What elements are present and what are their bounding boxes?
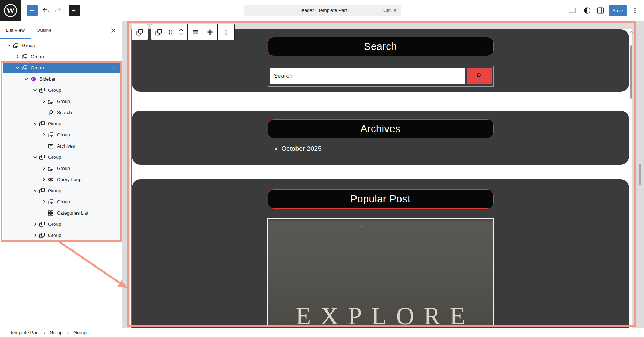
list-item-group[interactable]: Group xyxy=(3,196,120,207)
list-item-search[interactable]: Search xyxy=(3,107,120,118)
settings-sidebar-button[interactable] xyxy=(596,6,605,15)
canvas-scrollbar-up-arrow[interactable] xyxy=(630,31,633,33)
style-book-button[interactable] xyxy=(583,6,591,15)
list-item-label: Group xyxy=(57,132,70,137)
panel-tabs: List View Outline xyxy=(0,21,122,39)
contrast-icon xyxy=(583,6,591,15)
move-up-icon[interactable] xyxy=(178,28,184,32)
list-item-group[interactable]: Group xyxy=(3,151,120,163)
chevron-right-icon[interactable] xyxy=(40,132,47,137)
list-item-group[interactable]: Group xyxy=(3,185,120,196)
popular-post-section-heading[interactable]: Popular Post xyxy=(268,189,494,209)
document-title: Header · Template Part xyxy=(298,8,347,13)
list-item-group[interactable]: Group xyxy=(3,129,120,140)
wordpress-logo[interactable]: W xyxy=(0,0,21,21)
chevron-down-icon[interactable] xyxy=(32,188,38,193)
undo-button[interactable] xyxy=(40,6,51,15)
canvas-scrollbar-thumb[interactable] xyxy=(630,45,632,99)
sidebar-panel-icon xyxy=(596,6,605,15)
search-input[interactable] xyxy=(270,68,465,84)
align-button[interactable] xyxy=(188,24,203,40)
list-item-group[interactable]: Group xyxy=(3,96,120,107)
chevron-down-icon[interactable] xyxy=(32,121,38,126)
chevron-right-icon[interactable] xyxy=(40,177,47,182)
list-item-label: Group xyxy=(48,88,61,93)
command-center-bar[interactable]: Header · Template Part Ctrl+K xyxy=(244,5,401,16)
justify-button[interactable] xyxy=(203,24,218,40)
chevron-down-icon[interactable] xyxy=(14,65,21,70)
search-section-heading[interactable]: Search xyxy=(268,37,494,56)
list-item-label: Group xyxy=(57,99,70,104)
chevron-right-icon[interactable] xyxy=(32,233,38,238)
redo-button[interactable] xyxy=(53,6,63,15)
categories-block-icon xyxy=(47,210,54,216)
section-popular-post-group[interactable]: Popular Post EXPLORE xyxy=(132,179,629,328)
list-item-label: Group xyxy=(57,199,70,204)
breadcrumb-item[interactable]: Template Part xyxy=(10,330,39,335)
editor-top-bar: W Header · Template Part xyxy=(0,0,644,21)
undo-icon xyxy=(42,7,50,14)
section-archives-group[interactable]: Archives October 2025 xyxy=(132,111,629,165)
more-options-button[interactable] xyxy=(630,6,640,15)
block-options-button[interactable] xyxy=(218,24,234,40)
chevron-right-icon[interactable] xyxy=(14,54,21,59)
add-block-button[interactable] xyxy=(27,5,38,16)
photo-caption-text: EXPLORE xyxy=(268,302,493,327)
group-block-icon xyxy=(38,187,46,194)
chevron-right-icon[interactable] xyxy=(40,99,47,104)
tab-outline[interactable]: Outline xyxy=(31,21,58,39)
group-block-icon xyxy=(38,120,46,127)
popular-post-image[interactable]: EXPLORE xyxy=(267,218,494,327)
editor-canvas[interactable]: Search Archives October 2025 Popular Pos… xyxy=(130,29,632,328)
tab-list-view[interactable]: List View xyxy=(0,21,31,39)
chevron-down-icon[interactable] xyxy=(6,43,12,48)
chevron-down-icon[interactable] xyxy=(32,155,38,160)
archive-link[interactable]: October 2025 xyxy=(282,145,322,152)
laptop-icon xyxy=(568,6,577,15)
row-options-button[interactable] xyxy=(111,65,120,70)
drag-handle[interactable] xyxy=(165,24,175,40)
list-item-group[interactable]: Group xyxy=(3,230,120,241)
list-item-label: Group xyxy=(48,155,61,160)
list-item-group[interactable]: Group xyxy=(3,163,120,174)
plus-thick-icon xyxy=(206,28,214,36)
list-item-label: Query Loop xyxy=(57,177,82,182)
list-item-group[interactable]: Group xyxy=(3,118,120,129)
list-item-group[interactable]: Group xyxy=(3,218,120,230)
chevron-right-icon[interactable] xyxy=(40,166,47,171)
list-item-group[interactable]: Group xyxy=(3,40,120,51)
save-button[interactable]: Save xyxy=(609,5,627,16)
chevron-down-icon[interactable] xyxy=(23,76,30,82)
list-item-categories-list[interactable]: Categories List xyxy=(3,207,120,218)
select-parent-group-button[interactable] xyxy=(132,24,148,40)
move-down-icon[interactable] xyxy=(178,32,184,36)
list-view-toggle-button[interactable] xyxy=(69,5,80,16)
breadcrumb-item[interactable]: Group xyxy=(73,330,87,335)
group-block-icon xyxy=(47,132,54,138)
search-block xyxy=(268,66,494,87)
block-type-button[interactable] xyxy=(151,24,165,40)
archives-section-heading[interactable]: Archives xyxy=(268,119,494,138)
list-item-sidebar[interactable]: Sidebar xyxy=(3,73,120,84)
list-item-group[interactable]: Group xyxy=(3,62,120,73)
chevron-down-icon[interactable] xyxy=(32,88,38,93)
list-item-archives[interactable]: Archives xyxy=(3,140,120,151)
window-scrollbar-thumb[interactable] xyxy=(639,164,641,185)
list-item-group[interactable]: Group xyxy=(3,84,120,96)
list-item-query-loop[interactable]: Query Loop xyxy=(3,174,120,185)
redo-icon xyxy=(54,7,62,14)
chevron-right-icon[interactable] xyxy=(40,199,47,204)
preview-device-button[interactable] xyxy=(568,6,577,15)
breadcrumb-item[interactable]: Group xyxy=(50,330,63,335)
group-block-icon xyxy=(136,28,144,36)
drag-dots-icon xyxy=(168,29,172,35)
close-panel-button[interactable] xyxy=(108,26,118,35)
command-shortcut: Ctrl+K xyxy=(383,8,397,13)
list-view-icon xyxy=(71,7,78,14)
search-submit-button[interactable] xyxy=(467,68,492,84)
list-item-label: Group xyxy=(48,188,61,193)
group-block-icon xyxy=(38,87,46,93)
list-item-label: Group xyxy=(31,54,44,59)
list-item-group[interactable]: Group xyxy=(3,51,120,62)
chevron-right-icon[interactable] xyxy=(32,222,38,227)
